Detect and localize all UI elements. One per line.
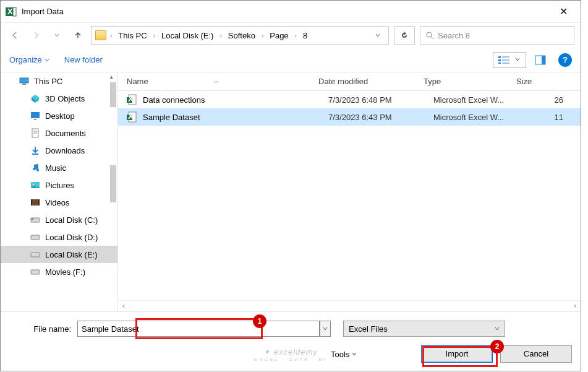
svg-rect-30 (32, 218, 33, 220)
sidebar-item-documents[interactable]: Documents (1, 124, 117, 142)
documents-icon (30, 128, 40, 138)
disk-icon (30, 215, 40, 225)
music-icon (30, 163, 40, 173)
back-button[interactable] (7, 27, 23, 43)
filetype-value: Excel Files (349, 324, 388, 334)
nav-bar: › This PC › Local Disk (E:) › Softeko › … (1, 23, 581, 48)
navigation-sidebar: This PC 3D Objects Desktop Documents Dow… (1, 72, 118, 311)
svg-text:X: X (128, 94, 134, 103)
desktop-icon (30, 111, 40, 121)
sidebar-item-disk-e[interactable]: Local Disk (E:) (1, 246, 117, 263)
pc-icon (19, 76, 29, 86)
breadcrumb-item[interactable]: This PC (116, 28, 149, 43)
svg-rect-14 (22, 84, 26, 85)
videos-icon (30, 197, 40, 207)
excel-app-icon: X (6, 6, 17, 17)
svg-rect-2 (13, 7, 16, 16)
horizontal-scrollbar[interactable]: ‹ › (118, 300, 581, 311)
new-folder-button[interactable]: New folder (64, 55, 103, 64)
sidebar-item-pictures[interactable]: Pictures (1, 176, 117, 194)
svg-rect-32 (31, 253, 40, 257)
sidebar-item-disk-c[interactable]: Local Disk (C:) (1, 211, 117, 228)
file-date: 7/3/2023 6:43 PM (328, 113, 433, 122)
forward-button[interactable] (28, 27, 44, 43)
pictures-icon (30, 180, 40, 190)
svg-rect-7 (498, 63, 501, 64)
breadcrumb-bar[interactable]: › This PC › Local Disk (E:) › Softeko › … (91, 26, 389, 45)
excel-file-icon: X (127, 111, 138, 123)
sidebar-item-videos[interactable]: Videos (1, 194, 117, 211)
window-title: Import Data (22, 7, 551, 16)
breadcrumb-item[interactable]: Softeko (226, 28, 258, 43)
help-button[interactable]: ? (558, 53, 572, 67)
sidebar-scrollbar[interactable]: ▴ (110, 72, 116, 311)
recent-dropdown[interactable] (49, 27, 65, 43)
folder-icon (95, 30, 106, 40)
svg-rect-5 (498, 56, 501, 58)
disk-icon (30, 232, 40, 242)
import-data-dialog: X Import Data ✕ › This PC › Local Disk (… (0, 0, 581, 371)
up-button[interactable] (70, 27, 86, 43)
sidebar-item-desktop[interactable]: Desktop (1, 107, 117, 124)
file-rows: X Data connections 7/3/2023 6:48 PM Micr… (118, 91, 581, 126)
tools-menu[interactable]: Tools (331, 350, 357, 359)
chevron-right-icon: › (262, 32, 263, 39)
column-header-size[interactable]: Size (516, 77, 553, 86)
sidebar-item-this-pc[interactable]: This PC (1, 72, 117, 90)
svg-text:X: X (7, 7, 13, 16)
chevron-right-icon: › (295, 32, 297, 39)
breadcrumb-dropdown[interactable] (371, 32, 385, 38)
scroll-right-icon[interactable]: › (569, 301, 581, 311)
breadcrumb-item[interactable]: Local Disk (E:) (159, 28, 216, 43)
filename-input[interactable] (77, 321, 320, 337)
filename-dropdown[interactable] (320, 321, 331, 337)
file-list-pane: Name︿ Date modified Type Size X Data con… (118, 72, 581, 311)
dialog-body: This PC 3D Objects Desktop Documents Dow… (1, 72, 581, 311)
column-header-type[interactable]: Type (424, 77, 516, 86)
cancel-button[interactable]: Cancel (500, 345, 572, 363)
svg-rect-27 (31, 199, 32, 205)
toolbar: Organize New folder ? (1, 48, 581, 72)
file-name: Sample Dataset (143, 113, 328, 122)
preview-pane-button[interactable] (530, 52, 551, 68)
file-name: Data connections (143, 95, 328, 105)
excel-file-icon: X (127, 94, 138, 105)
column-header-name[interactable]: Name︿ (127, 77, 318, 86)
breadcrumb-item[interactable]: Page (267, 28, 291, 43)
import-button[interactable]: Import (421, 345, 493, 363)
dialog-footer: File name: Excel Files Tools Import Canc… (1, 311, 581, 371)
scroll-left-icon[interactable]: ‹ (118, 301, 129, 311)
search-input[interactable]: Search 8 (420, 26, 574, 45)
disk-icon (30, 267, 40, 277)
file-type: Microsoft Excel W... (433, 113, 526, 122)
file-size: 26 (526, 95, 563, 105)
svg-point-3 (427, 32, 432, 37)
3d-objects-icon (30, 93, 40, 103)
svg-rect-13 (20, 78, 28, 83)
svg-rect-19 (34, 119, 36, 120)
sidebar-item-disk-f[interactable]: Movies (F:) (1, 263, 117, 280)
sidebar-item-downloads[interactable]: Downloads (1, 142, 117, 159)
sidebar-item-disk-d[interactable]: Local Disk (D:) (1, 228, 117, 246)
file-row[interactable]: X Data connections 7/3/2023 6:48 PM Micr… (118, 91, 581, 108)
chevron-right-icon: › (110, 32, 112, 39)
close-button[interactable]: ✕ (551, 2, 576, 21)
svg-line-4 (431, 37, 433, 39)
svg-rect-28 (38, 199, 40, 205)
column-header-date[interactable]: Date modified (318, 77, 424, 86)
search-placeholder: Search 8 (438, 31, 470, 40)
file-row[interactable]: X Sample Dataset 7/3/2023 6:43 PM Micros… (118, 108, 581, 126)
downloads-icon (30, 145, 40, 155)
annotation-badge-1: 1 (253, 314, 266, 328)
svg-point-25 (33, 184, 35, 186)
svg-rect-18 (31, 112, 40, 118)
sidebar-item-3d-objects[interactable]: 3D Objects (1, 90, 117, 107)
breadcrumb-item[interactable]: 8 (300, 28, 310, 43)
refresh-button[interactable] (394, 26, 415, 45)
filetype-dropdown[interactable]: Excel Files (343, 321, 505, 337)
sidebar-item-music[interactable]: Music (1, 159, 117, 176)
search-icon (425, 31, 434, 40)
view-mode-button[interactable] (493, 52, 526, 68)
organize-button[interactable]: Organize (9, 55, 49, 64)
chevron-right-icon: › (153, 32, 155, 39)
